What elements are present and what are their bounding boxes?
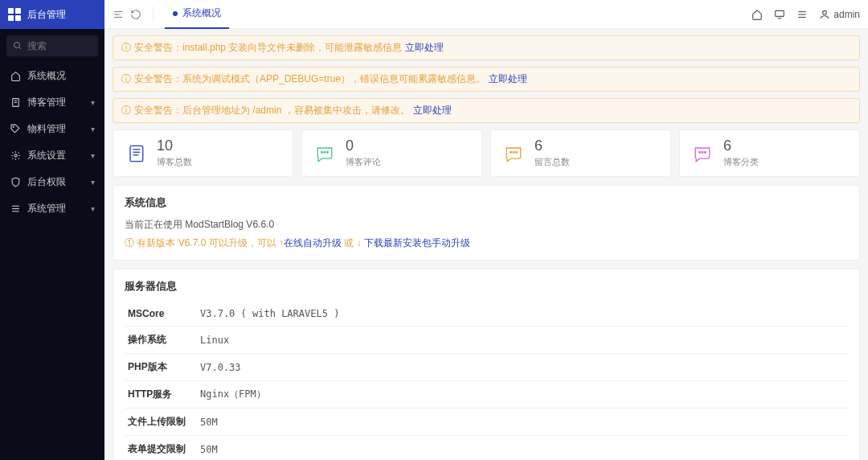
sidebar: 后台管理 系统概况博客管理▾物料管理▾系统设置▾后台权限▾系统管理▾ <box>0 0 104 460</box>
bars-icon <box>10 203 21 214</box>
sidebar-item-label: 系统管理 <box>27 202 66 216</box>
user-name: admin <box>833 9 860 20</box>
chevron-down-icon: ▾ <box>91 151 95 160</box>
stat-label: 博客评论 <box>346 156 381 168</box>
home-icon <box>10 71 21 81</box>
sidebar-item-0[interactable]: 系统概况 <box>0 63 104 89</box>
table-row: 文件上传限制50M <box>125 409 848 436</box>
update-online-link[interactable]: 在线自动升级 <box>284 237 342 248</box>
tab-label: 系统概况 <box>182 6 221 20</box>
stat-number: 6 <box>723 138 759 153</box>
stat-card-0[interactable]: 10博客总数 <box>113 129 293 177</box>
svg-rect-19 <box>130 146 143 161</box>
stat-label: 博客分类 <box>723 156 759 168</box>
menu-collapse-icon[interactable] <box>113 9 124 20</box>
sidebar-item-5[interactable]: 系统管理▾ <box>0 195 104 222</box>
server-info-panel: 服务器信息 MSCoreV3.7.0 ( with LARAVEL5 )操作系统… <box>113 269 860 460</box>
sidebar-item-4[interactable]: 后台权限▾ <box>0 169 104 195</box>
sidebar-item-label: 物料管理 <box>27 122 66 136</box>
alert-action-link[interactable]: 立即处理 <box>413 104 452 117</box>
stat-icon <box>125 142 147 165</box>
home-icon[interactable] <box>751 9 763 20</box>
alert-action-link[interactable]: 立即处理 <box>405 41 444 55</box>
row-value: Nginx（FPM） <box>197 381 848 409</box>
stat-number: 10 <box>157 138 192 153</box>
stat-icon <box>502 142 525 165</box>
doc-icon <box>10 97 21 108</box>
warning-icon: ⓘ <box>121 104 131 117</box>
list-icon[interactable] <box>796 9 808 20</box>
stat-number: 6 <box>534 138 570 153</box>
tag-icon <box>10 124 21 134</box>
svg-point-34 <box>702 151 703 153</box>
stat-card-2[interactable]: 6留言总数 <box>490 129 671 177</box>
svg-point-31 <box>513 151 514 153</box>
svg-point-32 <box>516 151 518 153</box>
stat-icon <box>691 142 714 165</box>
row-value: 50M <box>197 436 848 461</box>
chevron-down-icon: ▾ <box>91 98 95 107</box>
row-value: V7.0.33 <box>197 354 848 381</box>
svg-point-28 <box>324 151 326 153</box>
row-key: 操作系统 <box>125 327 197 354</box>
alert-text: 安全警告：系统为调试模式（APP_DEBUG=true），错误信息可能累露敏感信… <box>134 72 485 86</box>
brand-header[interactable]: 后台管理 <box>0 0 104 29</box>
svg-point-35 <box>705 151 706 153</box>
update-notice: ① 有新版本 V6.7.0 可以升级，可以 ↑在线自动升级 或 ↓ 下载最新安装… <box>125 236 848 250</box>
chevron-down-icon: ▾ <box>91 125 95 133</box>
refresh-icon[interactable] <box>130 9 141 20</box>
alert-2: ⓘ安全警告：后台管理地址为 /admin ，容易被集中攻击，请修改。 立即处理 <box>113 98 860 123</box>
row-key: HTTP服务 <box>125 381 197 409</box>
row-value: V3.7.0 ( with LARAVEL5 ) <box>197 302 848 327</box>
row-key: MSCore <box>125 302 197 327</box>
user-menu[interactable]: admin <box>819 9 860 20</box>
search-input[interactable] <box>27 40 92 51</box>
alert-1: ⓘ安全警告：系统为调试模式（APP_DEBUG=true），错误信息可能累露敏感… <box>113 67 860 92</box>
row-key: 文件上传限制 <box>125 409 197 436</box>
stat-number: 0 <box>346 138 381 153</box>
alert-text: 安全警告：后台管理地址为 /admin ，容易被集中攻击，请修改。 <box>134 104 410 117</box>
user-icon <box>819 9 830 20</box>
alert-action-link[interactable]: 立即处理 <box>489 72 527 86</box>
alert-text: 安全警告：install.php 安装向导文件未删除，可能泄露敏感信息 <box>134 41 402 55</box>
sidebar-item-1[interactable]: 博客管理▾ <box>0 89 104 116</box>
update-download-link[interactable]: 下载最新安装包手动升级 <box>364 237 470 248</box>
server-info-title: 服务器信息 <box>125 279 848 294</box>
table-row: 操作系统Linux <box>125 327 848 354</box>
chevron-down-icon: ▾ <box>91 204 95 213</box>
stat-label: 博客总数 <box>157 156 192 168</box>
sidebar-item-3[interactable]: 系统设置▾ <box>0 142 104 169</box>
svg-point-33 <box>699 151 701 153</box>
svg-point-0 <box>14 43 20 48</box>
svg-point-6 <box>14 154 16 157</box>
server-info-table: MSCoreV3.7.0 ( with LARAVEL5 )操作系统LinuxP… <box>125 302 848 460</box>
row-value: Linux <box>197 327 848 354</box>
svg-point-5 <box>13 126 14 127</box>
svg-rect-13 <box>776 10 784 16</box>
sidebar-search[interactable] <box>6 35 98 56</box>
svg-point-29 <box>327 151 329 153</box>
stat-card-3[interactable]: 6博客分类 <box>679 129 860 177</box>
stat-card-1[interactable]: 0博客评论 <box>301 129 482 177</box>
tab-overview[interactable]: 系统概况 <box>165 0 229 29</box>
tab-dot-icon <box>173 11 178 16</box>
topbar: 系统概况 admin <box>104 0 868 29</box>
sidebar-item-label: 博客管理 <box>27 96 66 109</box>
stat-label: 留言总数 <box>534 156 570 168</box>
table-row: 表单提交限制50M <box>125 436 848 461</box>
warning-icon: ⓘ <box>121 72 131 86</box>
svg-line-1 <box>19 47 22 50</box>
sidebar-item-label: 后台权限 <box>27 175 66 189</box>
monitor-icon[interactable] <box>774 9 785 20</box>
row-key: 表单提交限制 <box>125 436 197 461</box>
system-info-panel: 系统信息 当前正在使用 ModStartBlog V6.6.0 ① 有新版本 V… <box>113 185 860 261</box>
row-key: PHP版本 <box>125 354 197 381</box>
shield-icon <box>10 177 21 187</box>
main-content: ⓘ安全警告：install.php 安装向导文件未删除，可能泄露敏感信息 立即处… <box>104 29 868 460</box>
sidebar-item-label: 系统设置 <box>27 149 66 162</box>
sidebar-item-2[interactable]: 物料管理▾ <box>0 116 104 142</box>
system-version: 当前正在使用 ModStartBlog V6.6.0 <box>125 218 848 232</box>
warning-icon: ⓘ <box>121 41 131 55</box>
stats-row: 10博客总数0博客评论6留言总数6博客分类 <box>113 129 860 177</box>
table-row: PHP版本V7.0.33 <box>125 354 848 381</box>
